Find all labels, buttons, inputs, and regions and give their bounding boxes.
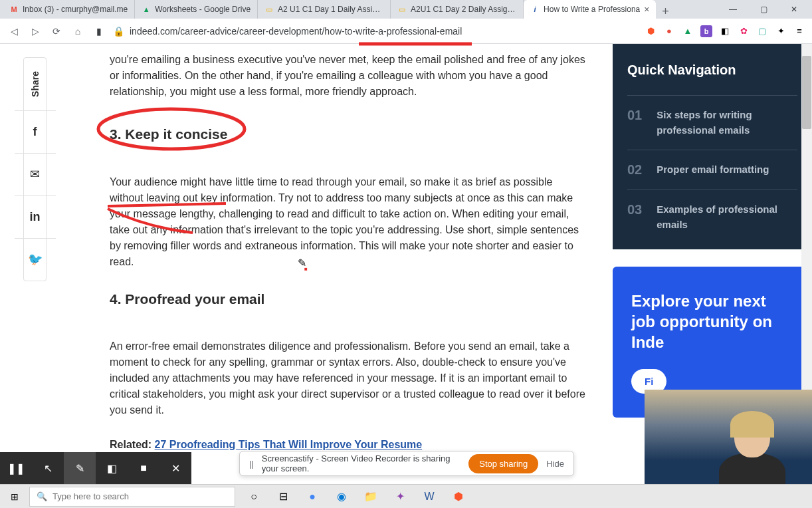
pause-icon: || — [249, 459, 254, 469]
address-bar: ◁ ▷ ⟳ ⌂ ▮ 🔒 indeed.com/career-advice/car… — [0, 19, 812, 44]
tab-inbox[interactable]: M Inbox (3) - cmurphy@mail.me — [3, 0, 135, 19]
rec-eraser-button[interactable]: ◧ — [96, 452, 128, 484]
rec-close-button[interactable]: ✕ — [159, 452, 191, 484]
share-label: Share — [30, 58, 41, 110]
browser-tab-strip: M Inbox (3) - cmurphy@mail.me ▲ Workshee… — [0, 0, 812, 19]
search-icon: 🔍 — [37, 491, 47, 501]
slides-icon: ▭ — [264, 5, 274, 14]
extension-icons: ⬢ ● ▲ b ◧ ✿ ▢ ✦ ≡ — [645, 25, 805, 37]
rec-camera-button[interactable]: ■ — [128, 452, 159, 484]
drive-ext-icon[interactable]: ▲ — [682, 25, 694, 37]
paragraph-concise: Your audience might have little time to … — [110, 174, 586, 270]
edge-icon[interactable]: ◉ — [328, 485, 355, 509]
word-icon[interactable]: W — [416, 485, 443, 509]
quick-nav-num: 02 — [627, 162, 642, 178]
cast-message: Screencastify - Screen Video Recorder is… — [262, 453, 460, 473]
explore-title: Explore your next job opportunity on Ind… — [631, 291, 793, 353]
rec-pointer-button[interactable]: ↖ — [32, 452, 64, 484]
bookmark-button[interactable]: ▮ — [92, 24, 106, 39]
tab-label: How to Write a Professiona — [544, 5, 640, 14]
share-box: Share f ✉ in 🐦 — [23, 57, 47, 281]
heading-keep-concise: 3. Keep it concise — [110, 124, 586, 145]
ext-square-icon[interactable]: ◧ — [719, 25, 731, 37]
taskbar-icons: ○ ⊟ ● ◉ 📁 ✦ W ⬢ — [241, 485, 472, 509]
pen-cursor-icon: ✎■ — [298, 257, 310, 269]
tab-slides-2[interactable]: ▭ A2U1 C1 Day 2 Daily Assignm — [391, 0, 524, 19]
ext-teal-icon[interactable]: ▢ — [756, 25, 768, 37]
explorer-icon[interactable]: 📁 — [357, 485, 384, 509]
window-controls: — ▢ ✕ — [718, 0, 809, 19]
paragraph-partial: you're emailing a business executive you… — [110, 52, 586, 100]
drive-icon: ▲ — [142, 5, 151, 14]
maximize-button[interactable]: ▢ — [748, 0, 779, 19]
quick-nav-item-3[interactable]: 03 Examples of professional emails — [627, 190, 797, 249]
screencastify-bar: || Screencastify - Screen Video Recorder… — [239, 451, 574, 476]
tab-label: A2 U1 C1 Day 1 Daily Assignm — [278, 5, 383, 14]
app-icon[interactable]: ✦ — [387, 485, 413, 509]
taskview-icon[interactable]: ⊟ — [270, 485, 296, 509]
brave-icon[interactable]: ⬢ — [445, 485, 472, 509]
paragraph-proofread: An error-free email demonstrates diligen… — [110, 338, 586, 418]
share-facebook-button[interactable]: f — [15, 110, 56, 153]
slides-icon: ▭ — [397, 5, 407, 14]
share-twitter-button[interactable]: 🐦 — [15, 238, 56, 281]
related-link[interactable]: 27 Proofreading Tips That Will Improve Y… — [155, 439, 423, 450]
gmail-icon: M — [9, 5, 19, 14]
reload-button[interactable]: ⟳ — [49, 24, 64, 39]
rec-pause-button[interactable]: ❚❚ — [0, 452, 32, 484]
quick-nav-item-1[interactable]: 01 Six steps for writing professional em… — [627, 95, 797, 150]
menu-icon[interactable]: ≡ — [793, 25, 805, 37]
indeed-icon: i — [530, 5, 540, 14]
lock-icon: 🔒 — [113, 26, 124, 37]
quick-nav-item-2[interactable]: 02 Proper email formatting — [627, 150, 797, 190]
url-text: indeed.com/career-advice/career-developm… — [130, 26, 462, 37]
home-button[interactable]: ⌂ — [70, 24, 85, 39]
article-body: you're emailing a business executive you… — [66, 44, 613, 484]
recorder-toolbar: ❚❚ ↖ ✎ ◧ ■ ✕ — [0, 452, 191, 484]
tab-drive[interactable]: ▲ Worksheets - Google Drive — [135, 0, 258, 19]
brave-shield-icon[interactable]: ⬢ — [645, 25, 657, 37]
ext-pink-icon[interactable]: ✿ — [738, 25, 750, 37]
close-window-button[interactable]: ✕ — [779, 0, 809, 19]
tab-label: A2U1 C1 Day 2 Daily Assignm — [411, 5, 516, 14]
rec-pen-button[interactable]: ✎ — [64, 452, 96, 484]
stop-sharing-button[interactable]: Stop sharing — [468, 454, 538, 473]
tab-indeed-active[interactable]: i How to Write a Professiona × — [524, 0, 656, 19]
tab-slides-1[interactable]: ▭ A2 U1 C1 Day 1 Daily Assignm — [258, 0, 391, 19]
back-button[interactable]: ◁ — [7, 24, 21, 39]
share-column: Share f ✉ in 🐦 — [0, 44, 66, 484]
hide-button[interactable]: Hide — [546, 459, 564, 469]
quick-nav-title: Quick Navigation — [627, 63, 797, 78]
quick-nav-text: Proper email formatting — [657, 162, 769, 178]
related-label: Related: — [110, 439, 155, 450]
scroll-thumb[interactable] — [802, 56, 811, 129]
close-icon[interactable]: × — [644, 4, 649, 15]
extensions-icon[interactable]: ✦ — [775, 25, 787, 37]
chrome-icon[interactable]: ● — [299, 485, 326, 509]
heading-proofread: 4. Proofread your email — [110, 289, 586, 310]
share-email-button[interactable]: ✉ — [15, 153, 56, 195]
share-linkedin-button[interactable]: in — [15, 195, 56, 238]
cortana-icon[interactable]: ○ — [241, 485, 267, 509]
windows-taskbar: ⊞ 🔍 Type here to search ○ ⊟ ● ◉ 📁 ✦ W ⬢ — [0, 484, 812, 508]
start-button[interactable]: ⊞ — [0, 491, 29, 502]
tab-label: Inbox (3) - cmurphy@mail.me — [23, 5, 128, 14]
quick-nav-panel: Quick Navigation 01 Six steps for writin… — [613, 44, 812, 249]
quick-nav-num: 03 — [627, 202, 642, 217]
forward-button[interactable]: ▷ — [28, 24, 43, 39]
quick-nav-text: Six steps for writing professional email… — [657, 108, 797, 138]
search-placeholder: Type here to search — [52, 491, 129, 501]
taskbar-search[interactable]: 🔍 Type here to search — [29, 487, 235, 507]
quick-nav-text: Examples of professional emails — [657, 202, 797, 232]
quick-nav-num: 01 — [627, 108, 642, 123]
ext-icon[interactable]: ● — [663, 25, 675, 37]
url-box[interactable]: 🔒 indeed.com/career-advice/career-develo… — [113, 26, 638, 37]
tab-label: Worksheets - Google Drive — [155, 5, 251, 14]
minimize-button[interactable]: — — [718, 0, 748, 19]
ext-b-icon[interactable]: b — [700, 25, 712, 37]
new-tab-button[interactable]: + — [656, 5, 674, 19]
